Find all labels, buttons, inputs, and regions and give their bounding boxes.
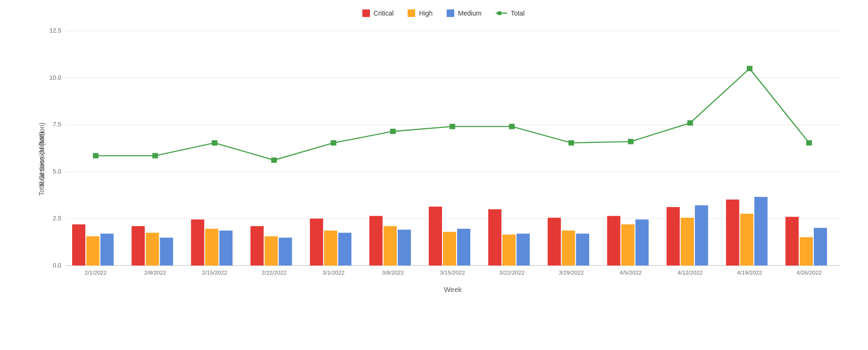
bar-high-6 <box>443 232 456 266</box>
bar-critical-8 <box>548 218 561 266</box>
chart-area: Total Session (Million) 12.5 10.0 7.5 <box>38 26 849 301</box>
chart-container: Critical High Medium Total Total Session… <box>0 0 868 350</box>
bar-medium-7 <box>516 233 530 266</box>
bar-critical-2 <box>191 219 204 266</box>
x-label-10: 4/12/2022 <box>678 269 703 275</box>
svg-rect-25 <box>688 120 693 125</box>
svg-text:7.5: 7.5 <box>53 122 61 128</box>
bar-high-2 <box>205 229 218 266</box>
svg-rect-16 <box>152 153 158 158</box>
bar-medium-9 <box>635 219 648 266</box>
legend-total: Total <box>496 9 525 17</box>
svg-rect-21 <box>450 124 455 129</box>
bar-high-9 <box>621 225 634 266</box>
x-label-5: 3/8/2022 <box>382 269 404 275</box>
svg-text:2.5: 2.5 <box>53 216 61 222</box>
bar-medium-5 <box>398 230 411 266</box>
x-label-0: 2/1/2022 <box>85 269 107 275</box>
svg-text:5.0: 5.0 <box>53 168 61 175</box>
bar-critical-12 <box>786 217 799 266</box>
svg-rect-15 <box>93 153 98 158</box>
total-line-points <box>93 66 812 163</box>
bar-medium-4 <box>338 233 352 265</box>
bar-high-4 <box>324 231 337 266</box>
x-axis-title: Week <box>444 286 462 293</box>
legend-high: High <box>408 9 433 17</box>
legend-medium: Medium <box>447 9 482 17</box>
svg-rect-1 <box>498 11 501 15</box>
main-svg: 12.5 10.0 7.5 5.0 2.5 0.0 <box>38 26 849 301</box>
bar-medium-10 <box>695 205 708 266</box>
svg-rect-22 <box>509 124 515 129</box>
svg-rect-26 <box>747 66 753 71</box>
legend-total-label: Total <box>511 9 525 17</box>
svg-text:12.5: 12.5 <box>49 28 61 34</box>
x-label-2: 2/15/2022 <box>202 269 227 275</box>
legend-medium-label: Medium <box>458 9 482 17</box>
bar-critical-7 <box>488 209 501 266</box>
bar-high-7 <box>502 234 516 266</box>
legend-medium-color <box>447 9 454 17</box>
bar-critical-9 <box>607 216 620 266</box>
bar-medium-11 <box>754 197 768 265</box>
bar-high-12 <box>800 237 813 266</box>
bar-critical-4 <box>310 218 323 266</box>
svg-rect-17 <box>212 140 217 145</box>
svg-rect-27 <box>806 140 812 145</box>
bar-high-5 <box>384 226 397 266</box>
bar-medium-6 <box>457 229 470 266</box>
svg-rect-23 <box>568 140 574 145</box>
x-label-9: 4/5/2022 <box>620 269 642 275</box>
legend-high-label: High <box>419 9 433 17</box>
svg-rect-24 <box>628 139 633 144</box>
x-label-6: 3/15/2022 <box>440 269 465 275</box>
bar-high-11 <box>740 214 753 266</box>
bar-high-1 <box>146 233 159 265</box>
x-label-7: 3/22/2022 <box>499 269 524 275</box>
bar-critical-1 <box>131 226 145 266</box>
svg-rect-19 <box>331 140 336 145</box>
bar-medium-1 <box>160 238 173 266</box>
bar-critical-0 <box>72 225 85 266</box>
bar-medium-12 <box>814 228 827 266</box>
legend-critical-color <box>362 9 370 17</box>
bar-medium-8 <box>576 233 589 266</box>
svg-rect-18 <box>271 158 277 163</box>
bar-medium-2 <box>219 231 232 266</box>
bar-critical-5 <box>369 216 383 266</box>
legend-total-line-icon <box>496 9 507 17</box>
svg-text:10.0: 10.0 <box>49 75 61 81</box>
y-axis-label: Total Session (Million) <box>38 132 45 196</box>
bar-critical-3 <box>251 226 264 266</box>
chart-legend: Critical High Medium Total <box>38 9 849 17</box>
bar-critical-11 <box>726 200 739 266</box>
x-label-8: 3/29/2022 <box>559 269 584 275</box>
bar-critical-10 <box>667 207 680 266</box>
x-label-3: 2/22/2022 <box>262 269 287 275</box>
svg-rect-20 <box>390 129 396 134</box>
bar-high-3 <box>265 236 278 266</box>
legend-critical: Critical <box>362 9 394 17</box>
bar-high-10 <box>681 218 694 266</box>
bar-medium-0 <box>100 233 114 266</box>
legend-high-color <box>408 9 415 17</box>
svg-rect-2 <box>66 31 840 266</box>
svg-text:0.0: 0.0 <box>53 262 61 269</box>
bar-high-0 <box>86 236 99 266</box>
x-axis-labels: 2/1/2022 2/8/2022 2/15/2022 2/22/2022 3/… <box>85 269 822 275</box>
bar-high-8 <box>562 231 575 266</box>
x-label-11: 4/19/2022 <box>737 269 762 275</box>
bar-medium-3 <box>279 238 292 266</box>
bar-critical-6 <box>429 207 442 266</box>
x-label-4: 3/1/2022 <box>322 269 344 275</box>
total-line <box>96 68 809 160</box>
bars-group <box>72 197 827 265</box>
x-label-12: 4/26/2022 <box>796 269 821 275</box>
x-label-1: 2/8/2022 <box>144 269 166 275</box>
legend-critical-label: Critical <box>374 9 394 17</box>
